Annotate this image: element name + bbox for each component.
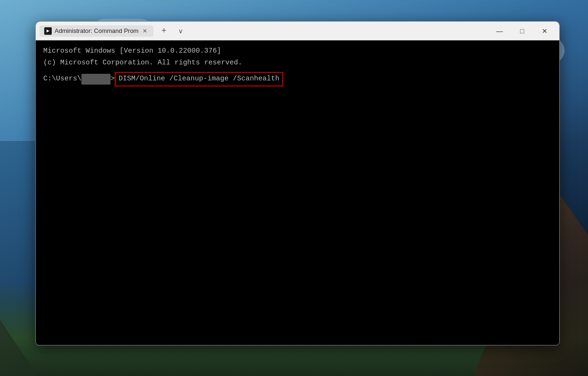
terminal-line-1: Microsoft Windows [Version 10.0.22000.37…	[43, 46, 552, 57]
cmd-icon	[44, 27, 52, 35]
cmd-window: Administrator: Command Prom ✕ + ∨ —	[35, 21, 560, 345]
title-bar-left: Administrator: Command Prom ✕ + ∨	[40, 24, 489, 38]
tab-close-button[interactable]: ✕	[141, 27, 149, 35]
new-tab-button[interactable]: +	[157, 24, 170, 38]
prompt-prefix: C:\Users\	[43, 74, 81, 85]
terminal-line-2: (c) Microsoft Corporation. All rights re…	[43, 58, 552, 69]
close-button[interactable]: ✕	[534, 24, 556, 39]
desktop: Administrator: Command Prom ✕ + ∨ —	[0, 0, 588, 376]
tab-dropdown-button[interactable]: ∨	[174, 24, 187, 38]
prompt-line: C:\Users\ ██████ > DISM/Online /Cleanup-…	[43, 72, 552, 86]
command-input[interactable]: DISM/Online /Cleanup-image /Scanhealth	[115, 72, 283, 86]
title-bar: Administrator: Command Prom ✕ + ∨ —	[36, 22, 559, 40]
terminal-content: Microsoft Windows [Version 10.0.22000.37…	[36, 40, 559, 92]
minimize-button[interactable]: —	[489, 24, 510, 39]
maximize-button[interactable]: □	[511, 24, 533, 39]
prompt-suffix: >	[111, 74, 115, 85]
window-controls: — □ ✕	[489, 24, 556, 39]
active-tab[interactable]: Administrator: Command Prom ✕	[40, 25, 153, 37]
tab-title: Administrator: Command Prom	[55, 27, 138, 34]
username-hidden: ██████	[81, 74, 111, 85]
